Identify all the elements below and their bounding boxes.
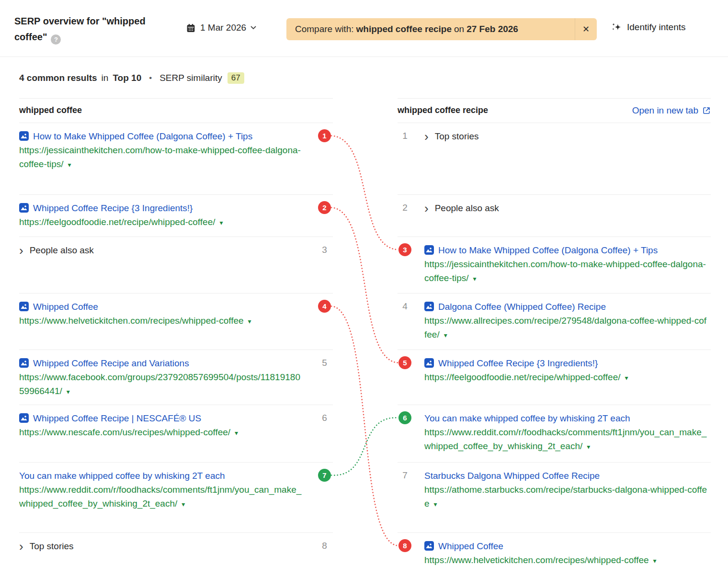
feature-label: People also ask xyxy=(30,243,94,257)
result-url: https://www.helvetickitchen.com/recipes/… xyxy=(424,555,649,565)
result-title-link[interactable]: Whipped Coffee Recipe | NESCAFÉ® US xyxy=(33,413,201,423)
serp-result-row: 6Whipped Coffee Recipe | NESCAFÉ® UShttp… xyxy=(19,405,333,462)
serp-result-row: 5Whipped Coffee Recipe and Variationshtt… xyxy=(19,350,333,405)
open-in-new-tab-label: Open in new tab xyxy=(632,105,698,116)
url-dropdown-caret[interactable]: ▾ xyxy=(235,429,238,437)
feature-label: Top stories xyxy=(435,129,479,143)
match-badge: 6 xyxy=(398,411,411,424)
result-url: https://www.reddit.com/r/foodhacks/comme… xyxy=(424,427,706,451)
serp-feature-row: 8›Top stories xyxy=(19,532,333,588)
result-url: https://www.helvetickitchen.com/recipes/… xyxy=(19,316,244,326)
result-url: https://feelgoodfoodie.net/recipe/whippe… xyxy=(19,217,216,227)
serp-result-row: 1How to Make Whipped Coffee (Dalgona Cof… xyxy=(19,123,333,194)
chevron-right-icon: › xyxy=(19,244,23,257)
match-badge: 7 xyxy=(318,469,331,482)
serp-feature[interactable]: ›People also ask xyxy=(424,201,708,215)
url-dropdown-caret[interactable]: ▾ xyxy=(473,275,477,283)
serp-overview-panel: SERP overview for "whipped coffee"? 1 Ma… xyxy=(0,0,728,588)
url-dropdown-caret[interactable]: ▾ xyxy=(444,331,447,339)
result-title-link[interactable]: Starbucks Dalgona Whipped Coffee Recipe xyxy=(424,471,600,481)
chevron-right-icon: › xyxy=(424,202,429,215)
feature-label: People also ask xyxy=(435,201,499,215)
match-badge: 1 xyxy=(318,129,331,142)
result-url: https://jessicainthekitchen.com/how-to-m… xyxy=(424,259,706,283)
serp-table-left: whipped coffee 1How to Make Whipped Coff… xyxy=(19,0,333,588)
result-title-link[interactable]: Whipped Coffee Recipe and Variations xyxy=(33,358,189,368)
serp-result-row: 7You can make whipped coffee by whisking… xyxy=(19,462,333,532)
thumbnail-icon xyxy=(19,131,29,141)
external-link-icon xyxy=(702,106,711,115)
thumbnail-icon xyxy=(19,302,29,311)
rank-number: 4 xyxy=(398,300,411,313)
serp-result-row: 3How to Make Whipped Coffee (Dalgona Cof… xyxy=(398,237,711,293)
thumbnail-icon xyxy=(424,541,434,551)
serp-result-row: 4Whipped Coffeehttps://www.helvetickitch… xyxy=(19,293,333,350)
result-url: https://www.nescafe.com/us/recipes/whipp… xyxy=(19,427,230,437)
result-title-link[interactable]: How to Make Whipped Coffee (Dalgona Coff… xyxy=(33,131,252,141)
result-title-link[interactable]: You can make whipped coffee by whisking … xyxy=(19,471,225,481)
result-url: https://www.reddit.com/r/foodhacks/comme… xyxy=(19,485,301,509)
result-title-link[interactable]: Dalgona Coffee (Whipped Coffee) Recipe xyxy=(438,302,606,312)
thumbnail-icon xyxy=(424,302,434,311)
result-title-link[interactable]: Whipped Coffee Recipe {3 Ingredients!} xyxy=(438,358,598,368)
url-dropdown-caret[interactable]: ▾ xyxy=(434,500,437,508)
match-badge: 3 xyxy=(398,243,411,256)
left-column-header: whipped coffee xyxy=(19,98,333,123)
rank-number: 6 xyxy=(318,411,331,425)
result-url: https://feelgoodfoodie.net/recipe/whippe… xyxy=(424,372,621,382)
url-dropdown-caret[interactable]: ▾ xyxy=(248,317,251,325)
thumbnail-icon xyxy=(19,358,29,368)
result-url: https://www.allrecipes.com/recipe/279548… xyxy=(424,316,706,339)
right-keyword-title: whipped coffee recipe xyxy=(398,105,488,115)
serp-feature-row: 3›People also ask xyxy=(19,237,333,293)
result-url: https://www.facebook.com/groups/23792085… xyxy=(19,372,300,396)
thumbnail-icon xyxy=(424,245,434,255)
result-title-link[interactable]: You can make whipped coffee by whisking … xyxy=(424,413,630,423)
result-title-link[interactable]: Whipped Coffee xyxy=(438,541,503,551)
serp-result-row: 6You can make whipped coffee by whisking… xyxy=(398,405,711,462)
url-dropdown-caret[interactable]: ▾ xyxy=(653,557,657,565)
rank-number: 8 xyxy=(318,539,331,553)
serp-result-row: 4Dalgona Coffee (Whipped Coffee) Recipeh… xyxy=(398,293,711,350)
thumbnail-icon xyxy=(19,413,29,423)
serp-feature-row: 1›Top stories xyxy=(398,123,711,194)
serp-result-row: 5Whipped Coffee Recipe {3 Ingredients!}h… xyxy=(398,350,711,405)
thumbnail-icon xyxy=(424,358,434,368)
rank-number: 5 xyxy=(318,356,331,370)
result-url: https://athome.starbucks.com/recipe/star… xyxy=(424,485,707,509)
match-badge: 2 xyxy=(318,201,331,214)
chevron-right-icon: › xyxy=(424,130,429,143)
url-dropdown-caret[interactable]: ▾ xyxy=(182,500,185,508)
serp-result-row: 2Whipped Coffee Recipe {3 Ingredients!}h… xyxy=(19,194,333,237)
serp-table-right: whipped coffee recipe Open in new tab 1›… xyxy=(398,0,711,588)
match-badge: 4 xyxy=(318,300,331,313)
serp-result-row: 7Starbucks Dalgona Whipped Coffee Recipe… xyxy=(398,462,711,532)
right-column-header: whipped coffee recipe Open in new tab xyxy=(398,98,711,123)
rank-number: 2 xyxy=(398,201,411,215)
serp-result-row: 8Whipped Coffeehttps://www.helvetickitch… xyxy=(398,532,711,588)
serp-feature[interactable]: ›People also ask xyxy=(19,243,303,257)
left-keyword-title: whipped coffee xyxy=(19,105,82,115)
url-dropdown-caret[interactable]: ▾ xyxy=(220,219,223,226)
result-url: https://jessicainthekitchen.com/how-to-m… xyxy=(19,145,301,169)
feature-label: Top stories xyxy=(30,539,74,553)
rank-number: 7 xyxy=(398,469,411,482)
rank-number: 3 xyxy=(318,243,331,257)
match-badge: 5 xyxy=(398,356,411,369)
thumbnail-icon xyxy=(19,203,29,213)
result-title-link[interactable]: Whipped Coffee xyxy=(33,302,98,312)
serp-feature[interactable]: ›Top stories xyxy=(424,129,708,143)
url-dropdown-caret[interactable]: ▾ xyxy=(67,388,70,396)
url-dropdown-caret[interactable]: ▾ xyxy=(68,161,71,169)
result-title-link[interactable]: Whipped Coffee Recipe {3 Ingredients!} xyxy=(33,203,193,213)
serp-feature[interactable]: ›Top stories xyxy=(19,539,303,553)
chevron-right-icon: › xyxy=(19,540,23,553)
url-dropdown-caret[interactable]: ▾ xyxy=(587,443,590,451)
url-dropdown-caret[interactable]: ▾ xyxy=(625,374,628,382)
result-title-link[interactable]: How to Make Whipped Coffee (Dalgona Coff… xyxy=(438,245,658,255)
match-badge: 8 xyxy=(398,539,411,552)
open-in-new-tab-link[interactable]: Open in new tab xyxy=(632,105,711,116)
serp-feature-row: 2›People also ask xyxy=(398,194,711,237)
rank-number: 1 xyxy=(398,129,411,143)
